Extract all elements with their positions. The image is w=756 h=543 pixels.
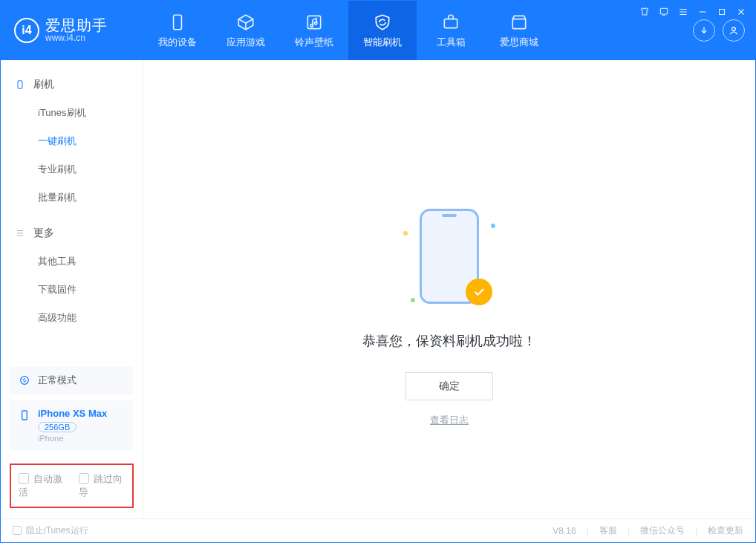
app-window: i4 爱思助手 www.i4.cn 我的设备 应用游戏 铃声壁纸 智能刷机 — [0, 0, 756, 543]
svg-rect-2 — [174, 15, 182, 30]
music-note-icon — [304, 12, 325, 33]
sidebar-item-download-firmware[interactable]: 下载固件 — [1, 276, 143, 304]
menu-icon[interactable] — [677, 5, 690, 19]
sidebar-item-pro-flash[interactable]: 专业刷机 — [1, 155, 143, 183]
svg-point-7 — [732, 27, 736, 31]
check-update-link[interactable]: 检查更新 — [708, 524, 743, 537]
sparkle-icon — [491, 224, 495, 228]
device-name: iPhone XS Max — [38, 408, 107, 419]
success-message: 恭喜您，保资料刷机成功啦！ — [362, 332, 536, 350]
logo-badge-icon: i4 — [14, 18, 39, 43]
svg-point-9 — [21, 377, 29, 385]
svg-rect-1 — [720, 10, 725, 15]
tab-store[interactable]: 爱思商城 — [485, 1, 553, 60]
flash-options-box: 自动激活 跳过向导 — [10, 464, 134, 508]
cube-icon — [235, 12, 256, 33]
tab-apps-games[interactable]: 应用游戏 — [212, 1, 280, 60]
shirt-icon[interactable] — [638, 5, 651, 19]
device-type: iPhone — [38, 434, 107, 443]
minimize-button[interactable] — [696, 5, 709, 19]
svg-rect-10 — [22, 411, 27, 420]
check-badge-icon — [466, 279, 492, 305]
device-mode-card[interactable]: 正常模式 — [10, 366, 134, 394]
phone-icon — [19, 409, 30, 421]
logo: i4 爱思助手 www.i4.cn — [1, 1, 143, 60]
tab-label: 我的设备 — [158, 36, 197, 49]
support-link[interactable]: 客服 — [599, 524, 617, 537]
phone-icon — [167, 12, 188, 33]
svg-rect-8 — [18, 81, 22, 89]
view-log-link[interactable]: 查看日志 — [430, 414, 469, 427]
phone-square-icon — [14, 79, 26, 91]
tab-my-device[interactable]: 我的设备 — [143, 1, 212, 60]
sidebar-item-itunes-flash[interactable]: iTunes刷机 — [1, 99, 143, 127]
skip-guide-checkbox[interactable]: 跳过向导 — [79, 472, 126, 499]
tab-label: 应用游戏 — [227, 36, 265, 49]
sparkle-icon — [403, 231, 408, 235]
device-mode-label: 正常模式 — [38, 374, 76, 387]
titlebar-controls — [638, 5, 748, 19]
maximize-button[interactable] — [715, 5, 729, 19]
svg-point-5 — [314, 22, 316, 24]
store-icon — [509, 12, 529, 33]
sidebar-group-label: 更多 — [33, 227, 54, 240]
tab-label: 智能刷机 — [363, 36, 402, 49]
nav-tabs: 我的设备 应用游戏 铃声壁纸 智能刷机 工具箱 爱思商城 — [143, 1, 553, 60]
block-itunes-checkbox[interactable]: 阻止iTunes运行 — [13, 524, 88, 537]
sidebar-group-more: 更多 — [1, 219, 143, 247]
tab-toolbox[interactable]: 工具箱 — [417, 1, 485, 60]
sidebar-item-other-tools[interactable]: 其他工具 — [1, 247, 143, 276]
device-capacity: 256GB — [38, 422, 76, 432]
svg-rect-6 — [444, 19, 457, 28]
version-label: V8.16 — [553, 526, 576, 536]
tab-ringtone-wallpaper[interactable]: 铃声壁纸 — [280, 1, 348, 60]
sidebar-item-advanced[interactable]: 高级功能 — [1, 304, 143, 332]
checkbox-icon — [79, 473, 89, 484]
ok-button[interactable]: 确定 — [405, 372, 493, 400]
tab-label: 工具箱 — [437, 36, 466, 49]
main-content: 恭喜您，保资料刷机成功啦！ 确定 查看日志 — [143, 60, 755, 518]
toolbox-icon — [440, 12, 461, 33]
status-bar: 阻止iTunes运行 V8.16 | 客服 | 微信公众号 | 检查更新 — [1, 518, 755, 542]
wechat-link[interactable]: 微信公众号 — [640, 524, 685, 537]
success-illustration — [405, 209, 494, 313]
download-button[interactable] — [693, 19, 715, 42]
svg-point-4 — [310, 25, 313, 27]
sidebar-group-flash: 刷机 — [1, 71, 143, 99]
auto-activate-checkbox[interactable]: 自动激活 — [19, 472, 65, 499]
svg-rect-0 — [660, 8, 667, 14]
tab-smart-flash[interactable]: 智能刷机 — [348, 1, 417, 60]
app-subtitle: www.i4.cn — [45, 33, 108, 43]
block-itunes-label: 阻止iTunes运行 — [26, 525, 88, 536]
sidebar: 刷机 iTunes刷机 一键刷机 专业刷机 批量刷机 更多 其他工具 下载固件 … — [1, 60, 143, 518]
app-title: 爱思助手 — [45, 17, 108, 33]
refresh-shield-icon — [372, 12, 393, 33]
sidebar-item-onekey-flash[interactable]: 一键刷机 — [1, 127, 143, 155]
sidebar-group-label: 刷机 — [33, 78, 54, 91]
device-card[interactable]: iPhone XS Max 256GB iPhone — [10, 400, 134, 450]
device-panel: 正常模式 iPhone XS Max 256GB iPhone — [1, 357, 143, 453]
account-button[interactable] — [723, 19, 745, 42]
list-icon — [14, 227, 26, 239]
close-button[interactable] — [734, 5, 748, 19]
checkbox-icon — [13, 526, 22, 535]
app-body: 刷机 iTunes刷机 一键刷机 专业刷机 批量刷机 更多 其他工具 下载固件 … — [1, 60, 755, 518]
sidebar-item-batch-flash[interactable]: 批量刷机 — [1, 183, 143, 212]
tab-label: 铃声壁纸 — [295, 36, 333, 49]
sync-icon — [19, 374, 30, 386]
checkbox-icon — [19, 473, 29, 484]
feedback-icon[interactable] — [657, 5, 671, 19]
tab-label: 爱思商城 — [500, 36, 538, 49]
sparkle-icon — [411, 298, 415, 302]
